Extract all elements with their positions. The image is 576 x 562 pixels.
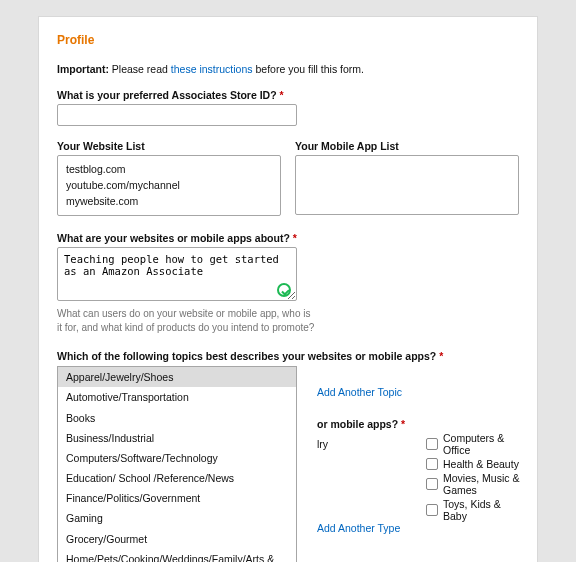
app-list-box[interactable]	[295, 155, 519, 215]
checkbox-row[interactable]: Movies, Music & Games	[426, 472, 527, 496]
profile-card: Profile Important: Please read these ins…	[38, 16, 538, 562]
checkbox-label: Computers & Office	[443, 432, 527, 456]
dropdown-option[interactable]: Education/ School /Reference/News	[58, 468, 296, 488]
add-topic-link[interactable]: Add Another Topic	[317, 386, 402, 398]
dropdown-option[interactable]: Books	[58, 408, 296, 428]
dropdown-option[interactable]: Automotive/Transportation	[58, 387, 296, 407]
app-list-label: Your Mobile App List	[295, 140, 519, 152]
types-checkboxes: lryComputers & OfficeHealth & BeautyMovi…	[317, 432, 527, 522]
types-label-fragment: or mobile apps? *	[317, 418, 405, 430]
checkbox-row[interactable]: Computers & Office	[426, 432, 527, 456]
page-title: Profile	[57, 33, 519, 47]
dropdown-option[interactable]: Finance/Politics/Government	[58, 488, 296, 508]
checkbox-row[interactable]: Health & Beauty	[426, 458, 527, 470]
important-note: Important: Please read these instruction…	[57, 63, 519, 75]
checkbox-label: Toys, Kids & Baby	[443, 498, 527, 522]
topics-label: Which of the following topics best descr…	[57, 350, 519, 362]
topics-dropdown[interactable]: Apparel/Jewelry/ShoesAutomotive/Transpor…	[57, 366, 297, 562]
list-item[interactable]: testblog.com	[66, 162, 272, 178]
website-list-box[interactable]: testblog.comyoutube.com/mychannelmywebsi…	[57, 155, 281, 216]
checkbox-icon[interactable]	[426, 458, 438, 470]
checkbox-icon[interactable]	[426, 504, 438, 516]
list-item[interactable]: youtube.com/mychannel	[66, 178, 272, 194]
website-list-label: Your Website List	[57, 140, 281, 152]
checkbox-row[interactable]: Toys, Kids & Baby	[426, 498, 527, 522]
dropdown-option[interactable]: Home/Pets/Cooking/Weddings/Family/Arts &…	[58, 549, 296, 562]
dropdown-option[interactable]: Grocery/Gourmet	[58, 529, 296, 549]
dropdown-option[interactable]: Gaming	[58, 508, 296, 528]
about-help: What can users do on your website or mob…	[57, 307, 317, 334]
about-label: What are your websites or mobile apps ab…	[57, 232, 519, 244]
checkbox-icon[interactable]	[426, 438, 438, 450]
dropdown-option[interactable]: Computers/Software/Technology	[58, 448, 296, 468]
checkbox-row[interactable]: lry	[317, 432, 418, 456]
checkbox-label: Movies, Music & Games	[443, 472, 527, 496]
store-id-input[interactable]	[57, 104, 297, 126]
store-id-label: What is your preferred Associates Store …	[57, 89, 519, 101]
checkbox-label: lry	[317, 438, 330, 450]
dropdown-option[interactable]: Business/Industrial	[58, 428, 296, 448]
list-item[interactable]: mywebsite.com	[66, 194, 272, 210]
checkbox-label: Health & Beauty	[443, 458, 519, 470]
dropdown-option[interactable]: Apparel/Jewelry/Shoes	[58, 367, 296, 387]
checkbox-icon[interactable]	[426, 478, 438, 490]
instructions-link[interactable]: these instructions	[171, 63, 253, 75]
about-textarea[interactable]	[57, 247, 297, 301]
add-type-link[interactable]: Add Another Type	[317, 522, 400, 534]
